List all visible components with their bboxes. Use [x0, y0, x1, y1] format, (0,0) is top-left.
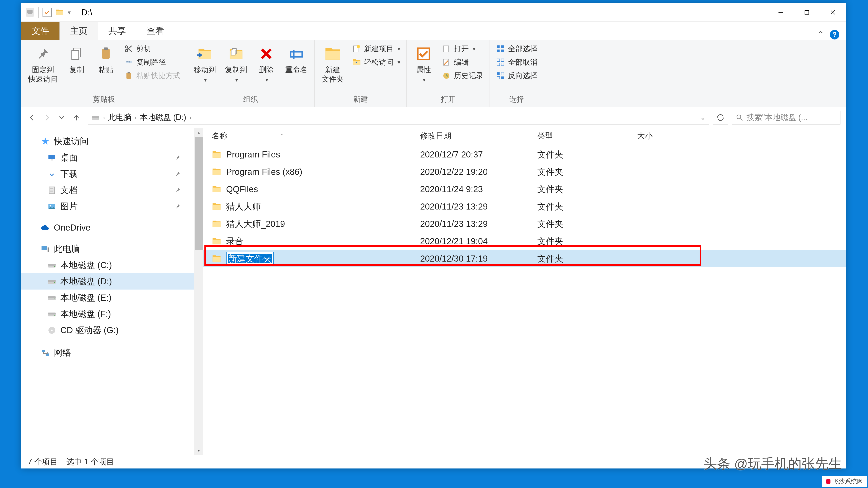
sidebar-item-network[interactable]: 网络 — [21, 345, 194, 361]
pin-icon — [175, 171, 181, 177]
file-row[interactable]: 猎人大师_20192020/11/23 13:29文件夹 — [203, 215, 846, 232]
svg-point-40 — [357, 45, 360, 48]
select-all-button[interactable]: 全部选择 — [494, 43, 540, 55]
paste-button[interactable]: 粘贴 — [93, 43, 119, 76]
cut-button[interactable]: 剪切 — [122, 43, 183, 55]
window-title: D:\ — [81, 8, 92, 18]
col-header-type[interactable]: 类型 — [537, 131, 637, 141]
svg-rect-36 — [805, 10, 809, 14]
file-row[interactable]: 猎人大师2020/11/23 13:29文件夹 — [203, 198, 846, 215]
scroll-up-icon[interactable]: ▴ — [194, 128, 203, 137]
invert-icon — [496, 71, 505, 80]
pin-to-quick-access-button[interactable]: 固定到 快速访问 — [25, 43, 61, 85]
dropdown-caret-icon: ▾ — [398, 45, 400, 52]
breadcrumb-drive[interactable]: 本地磁盘 (D:) — [140, 112, 186, 123]
ribbon-group-select: 全部选择 全部取消 反向选择 选择 — [490, 40, 544, 107]
drive-icon — [91, 113, 100, 122]
breadcrumb-this-pc[interactable]: 此电脑 — [108, 112, 131, 123]
svg-rect-46 — [501, 63, 504, 66]
folder-icon — [212, 236, 221, 246]
open-icon — [442, 44, 451, 53]
qat-dropdown-icon[interactable]: ▾ — [68, 9, 71, 16]
help-icon[interactable]: ? — [830, 30, 839, 39]
file-row[interactable]: Program Files (x86)2020/12/22 19:20文件夹 — [203, 163, 846, 181]
easy-access-icon — [352, 58, 361, 67]
col-header-name[interactable]: 名称⌃ — [212, 131, 420, 141]
tab-file[interactable]: 文件 — [21, 22, 59, 40]
pin-icon — [175, 203, 181, 210]
tab-home[interactable]: 主页 — [59, 22, 98, 40]
ribbon-tabs: 文件 主页 共享 查看 ⌃ ? — [21, 22, 846, 40]
new-item-icon — [352, 44, 361, 53]
invert-selection-button[interactable]: 反向选择 — [494, 70, 540, 82]
sidebar: 快速访问 桌面 下载 文档 图片 OneDrive 此电脑 本地磁盘 (C:) … — [21, 128, 203, 455]
recent-dropdown[interactable] — [56, 112, 67, 123]
paste-shortcut-button[interactable]: 粘贴快捷方式 — [122, 70, 183, 82]
minimize-button[interactable] — [768, 3, 794, 22]
address-bar[interactable]: › 此电脑 › 本地磁盘 (D:) › ⌄ — [88, 110, 709, 125]
delete-button[interactable]: 删除 ▾ — [253, 43, 279, 85]
search-input[interactable]: 搜索"本地磁盘 (... — [732, 110, 840, 125]
properties-button[interactable]: 属性 ▾ — [410, 43, 437, 85]
sidebar-item-cd-drive[interactable]: CD 驱动器 (G:) — [21, 322, 194, 338]
file-row[interactable]: 录音2020/12/21 19:04文件夹 — [203, 232, 846, 250]
collapse-ribbon-icon[interactable]: ⌃ — [817, 29, 825, 40]
up-button[interactable] — [71, 112, 82, 123]
qat-folder-icon[interactable] — [56, 8, 64, 17]
group-label: 新建 — [353, 93, 368, 105]
group-label: 组织 — [243, 93, 258, 105]
forward-button[interactable] — [41, 112, 52, 123]
file-row[interactable]: QQFiles2020/11/24 9:23文件夹 — [203, 181, 846, 198]
file-row-selected[interactable]: 新建文件夹 2020/12/30 17:19 文件夹 — [203, 250, 846, 267]
svg-rect-50 — [497, 76, 499, 79]
drive-icon — [26, 8, 34, 17]
history-button[interactable]: 历史记录 — [440, 70, 486, 82]
sidebar-scrollbar[interactable]: ▴ ▾ — [194, 128, 203, 455]
sort-caret-icon: ⌃ — [279, 133, 284, 139]
col-header-size[interactable]: 大小 — [637, 131, 702, 141]
copy-button[interactable]: 复制 — [64, 43, 90, 76]
folder-icon — [212, 184, 221, 194]
dropdown-caret-icon: ▾ — [204, 76, 207, 83]
back-button[interactable] — [27, 112, 37, 123]
status-selected-count: 选中 1 个项目 — [66, 457, 114, 467]
scroll-down-icon[interactable]: ▾ — [194, 446, 203, 455]
tab-view[interactable]: 查看 — [136, 22, 175, 40]
refresh-button[interactable] — [713, 110, 728, 125]
ribbon-group-organize: 移动到 ▾ 复制到 ▾ 删除 ▾ 重命名 组织 — [187, 40, 315, 107]
delete-icon — [257, 45, 275, 63]
copy-to-button[interactable]: 复制到 ▾ — [222, 43, 250, 85]
rename-button[interactable]: 重命名 — [282, 43, 311, 76]
dropdown-caret-icon: ▾ — [235, 76, 238, 83]
body: 快速访问 桌面 下载 文档 图片 OneDrive 此电脑 本地磁盘 (C:) … — [21, 128, 846, 455]
chevron-right-icon: › — [189, 114, 191, 121]
scissors-icon — [124, 44, 133, 53]
close-button[interactable] — [820, 3, 846, 22]
maximize-button[interactable] — [794, 3, 820, 22]
folder-icon — [212, 219, 221, 229]
col-header-date[interactable]: 修改日期 — [420, 131, 537, 141]
select-none-button[interactable]: 全部取消 — [494, 56, 540, 68]
new-folder-button[interactable]: 新建 文件夹 — [318, 43, 347, 85]
explorer-window: ▾ D:\ 文件 主页 共享 查看 ⌃ ? 固定到 快速访问 — [21, 3, 846, 468]
address-dropdown-icon[interactable]: ⌄ — [700, 113, 706, 121]
scroll-thumb[interactable] — [195, 137, 203, 250]
dropdown-caret-icon: ▾ — [473, 45, 475, 52]
cd-icon — [47, 326, 56, 335]
new-item-button[interactable]: 新建项目▾ — [350, 43, 403, 55]
rename-input[interactable]: 新建文件夹 — [226, 252, 274, 265]
pin-icon — [175, 187, 181, 193]
search-placeholder: 搜索"本地磁盘 (... — [746, 112, 807, 123]
rename-icon — [287, 45, 306, 63]
move-to-button[interactable]: 移动到 ▾ — [191, 43, 219, 85]
pin-icon — [175, 155, 181, 161]
easy-access-button[interactable]: 轻松访问▾ — [350, 56, 403, 68]
group-label: 选择 — [509, 93, 524, 105]
search-icon — [736, 113, 743, 122]
open-button[interactable]: 打开▾ — [440, 43, 486, 55]
list-body: Program Files2020/12/7 20:37文件夹 Program … — [203, 144, 846, 455]
svg-rect-45 — [497, 63, 499, 66]
dropdown-caret-icon: ▾ — [423, 76, 426, 83]
qat-properties-icon[interactable] — [42, 8, 52, 17]
file-row[interactable]: Program Files2020/12/7 20:37文件夹 — [203, 146, 846, 163]
